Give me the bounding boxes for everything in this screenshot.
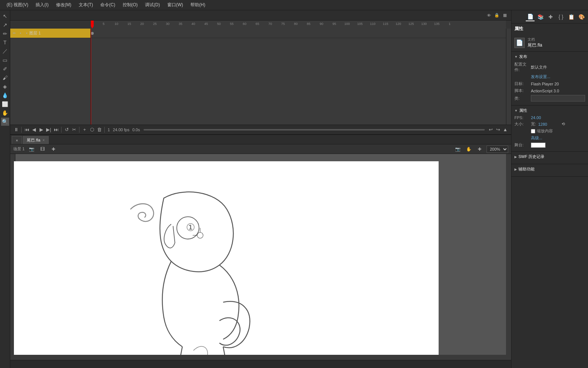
menu-debug[interactable]: 调试(D): [141, 0, 164, 10]
menu-insert[interactable]: 插入(I): [32, 0, 52, 10]
tab-close-icon[interactable]: ×: [42, 138, 45, 142]
undo-btn[interactable]: ↩: [487, 126, 494, 133]
tool-text[interactable]: T: [1, 38, 9, 47]
width-label: 宽:: [531, 121, 538, 127]
swf-label: SWF 历史记录: [518, 154, 545, 159]
scene-align-icon[interactable]: ✚: [476, 145, 484, 153]
ruler-number-55: 55: [230, 22, 234, 26]
doc-icon: 📄: [514, 38, 525, 48]
menu-help[interactable]: 帮助(H): [187, 0, 209, 10]
scale-row: 缩放内容: [514, 128, 585, 134]
layers-scrollbar[interactable]: [506, 29, 511, 125]
tool-line[interactable]: ／: [1, 47, 9, 55]
ruler-number-95: 95: [332, 22, 336, 26]
ruler-number-115: 115: [383, 22, 388, 26]
publish-collapse-icon[interactable]: ▼: [514, 55, 518, 59]
stage-tabs: × 尾巴.fla ×: [10, 135, 511, 144]
loop-btn[interactable]: ↺: [63, 126, 70, 133]
pause-btn[interactable]: ⏸: [12, 126, 20, 133]
timeline-icon-frame[interactable]: ▦: [502, 12, 508, 19]
tool-eyedrop[interactable]: 💧: [1, 91, 9, 99]
last-frame-btn[interactable]: ⏭: [52, 126, 60, 133]
publish-settings-link[interactable]: 发布设置...: [531, 74, 585, 80]
scale-checkbox[interactable]: [531, 129, 535, 133]
lock-icon[interactable]: •: [24, 31, 29, 36]
tool-brush[interactable]: 🖌: [1, 74, 9, 82]
history-tab-icon[interactable]: 📋: [567, 12, 576, 21]
default-file-row: 配置文件: 默认文件: [514, 62, 585, 73]
advanced-link[interactable]: 高级...: [531, 135, 585, 141]
ruler-number-40: 40: [191, 22, 195, 26]
ruler-number-45: 45: [204, 22, 208, 26]
class-input[interactable]: [531, 95, 585, 102]
scene-hand-icon[interactable]: ✋: [465, 145, 473, 153]
motion-tab-icon[interactable]: ✚: [546, 12, 555, 21]
swf-collapse-icon[interactable]: ▶: [514, 155, 517, 159]
timeline-collapse-btn[interactable]: ▲: [502, 126, 509, 133]
code-tab-icon[interactable]: { }: [557, 12, 565, 21]
publish-settings-row: 发布设置...: [514, 74, 585, 80]
acc-collapse-icon[interactable]: ▶: [514, 168, 517, 171]
ruler-number-105: 105: [357, 22, 362, 26]
tool-hand[interactable]: ✋: [1, 109, 9, 117]
publish-label: 发布: [519, 54, 527, 59]
add-motion-btn[interactable]: ⬡: [88, 126, 96, 133]
class-row: 类:: [514, 95, 585, 102]
layer-ctrl-icon2[interactable]: 🎞: [38, 145, 46, 153]
delete-layer-btn[interactable]: 🗑: [96, 126, 103, 133]
menu-edit[interactable]: (E) 视图(V): [3, 0, 32, 10]
layer-icons: ✏ • •: [12, 31, 29, 36]
redo-btn[interactable]: ↪: [494, 126, 502, 133]
tool-pen[interactable]: ✏: [1, 30, 9, 38]
tool-eraser[interactable]: ⬜: [1, 100, 9, 108]
properties-tab-icon[interactable]: 📄: [526, 12, 535, 21]
stage-color-swatch[interactable]: [531, 143, 546, 148]
menu-text[interactable]: 文本(T): [75, 0, 97, 10]
menu-modify[interactable]: 修改(M): [52, 0, 75, 10]
layer-ctrl-icon1[interactable]: 📷: [27, 145, 36, 153]
layer-row[interactable]: ✏ • • 图层 1: [10, 29, 90, 38]
playback-slider[interactable]: [144, 129, 485, 130]
timeline-topbar: 👁 🔒 ▦: [10, 10, 511, 21]
attr-collapse-icon[interactable]: ▼: [514, 109, 518, 113]
tool-select[interactable]: ↖: [1, 12, 9, 20]
keyframe-dot: [91, 32, 94, 35]
menu-control[interactable]: 控制(O): [119, 0, 141, 10]
play-btn[interactable]: ▶: [38, 126, 45, 133]
layer-ctrl-icon3[interactable]: ✚: [49, 145, 57, 153]
resize-icon[interactable]: ⟲: [562, 122, 585, 126]
default-file-label: 配置文件:: [514, 62, 531, 73]
ruler-number-130: 130: [421, 22, 427, 26]
timeline-icon-eye[interactable]: 👁: [485, 12, 492, 19]
timeline-panel: 👁 🔒 ▦ 1510152025303540455055606570758085…: [10, 10, 511, 135]
zoom-select[interactable]: 200% 25% 50% 100% 400% 800%: [487, 146, 508, 153]
eye-icon[interactable]: •: [18, 31, 23, 36]
scene-cam-icon[interactable]: 📷: [454, 145, 462, 153]
tool-rect[interactable]: ▭: [1, 56, 9, 64]
timeline-icon-lock[interactable]: 🔒: [494, 12, 500, 19]
canvas-scrollbar-horizontal[interactable]: [10, 355, 506, 360]
library-tab-icon[interactable]: 📚: [536, 12, 545, 21]
clip-btn[interactable]: ✂: [70, 126, 78, 133]
tool-subselect[interactable]: ↗: [1, 21, 9, 29]
stage-tab-home[interactable]: ×: [12, 136, 22, 144]
stage-tab-file[interactable]: 尾巴.fla ×: [23, 136, 49, 144]
tool-pencil[interactable]: ✐: [1, 65, 9, 73]
fps-label: FPS:: [514, 115, 531, 120]
ruler-number-80: 80: [294, 22, 298, 26]
prev-frame-btn[interactable]: ◀: [30, 126, 38, 133]
first-frame-btn[interactable]: ⏮: [23, 126, 30, 133]
next-frame-btn[interactable]: ▶|: [45, 126, 52, 133]
advanced-row: 高级...: [514, 135, 585, 141]
add-layer-btn[interactable]: +: [81, 126, 88, 133]
menu-command[interactable]: 命令(C): [97, 0, 119, 10]
time-info: 0.0s: [132, 128, 140, 132]
svg-text:①: ①: [186, 221, 195, 233]
canvas-scrollbar-vertical[interactable]: [506, 154, 511, 360]
scale-checkbox-container: 缩放内容: [531, 128, 553, 134]
stage-color-label: 舞台:: [514, 142, 531, 148]
color-tab-icon[interactable]: 🎨: [577, 12, 586, 21]
menu-window[interactable]: 窗口(W): [164, 0, 187, 10]
tool-fill[interactable]: ◈: [1, 82, 9, 91]
tool-zoom[interactable]: 🔍: [1, 118, 9, 126]
